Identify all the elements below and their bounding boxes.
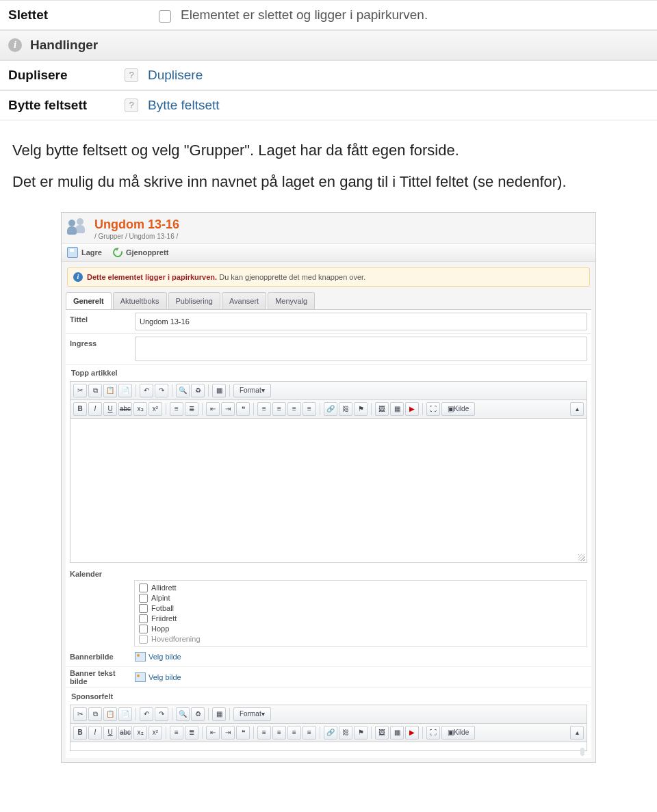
rte-editor-area[interactable]	[70, 419, 587, 562]
sup-icon[interactable]: x²	[149, 726, 162, 739]
quote-icon[interactable]: ❝	[236, 402, 250, 416]
align-justify-icon[interactable]: ≡	[302, 726, 316, 739]
cut-icon[interactable]: ✂	[73, 707, 87, 721]
strike-icon[interactable]: abc	[118, 402, 132, 416]
sub-icon[interactable]: x₂	[133, 402, 147, 416]
body-text-2: Det er mulig du må skrive inn navnet på …	[0, 168, 657, 200]
unlink-icon[interactable]: ⛓	[339, 402, 352, 416]
paste-icon[interactable]: 📋	[103, 707, 117, 721]
outdent-icon[interactable]: ⇤	[206, 726, 220, 739]
link-bytte[interactable]: Bytte feltsett	[148, 98, 220, 113]
anchor-icon[interactable]: ⚑	[354, 726, 368, 739]
paste-word-icon[interactable]: 📄	[118, 707, 132, 721]
format-dropdown[interactable]: Format ▾	[233, 384, 271, 397]
velg-bilde-link[interactable]: Velg bilde	[135, 670, 181, 685]
checkbox[interactable]	[139, 635, 148, 644]
table-icon[interactable]: ▦	[390, 726, 404, 739]
align-center-icon[interactable]: ≡	[272, 402, 286, 416]
italic-icon[interactable]: I	[88, 726, 102, 739]
restore-button[interactable]: Gjenopprett	[113, 247, 168, 258]
table-icon[interactable]: ▦	[390, 402, 404, 416]
bold-icon[interactable]: B	[73, 726, 87, 739]
underline-icon[interactable]: U	[103, 726, 117, 739]
link-duplisere[interactable]: Duplisere	[148, 68, 203, 83]
checkbox[interactable]	[139, 625, 148, 633]
youtube-icon[interactable]: ▶	[405, 402, 419, 416]
maximize-icon[interactable]: ⛶	[426, 402, 440, 416]
save-button[interactable]: Lagre	[67, 247, 102, 258]
youtube-icon[interactable]: ▶	[405, 726, 419, 739]
quote-icon[interactable]: ❝	[236, 726, 250, 739]
tab-aktueltboks[interactable]: Aktueltboks	[113, 292, 167, 309]
group-icon	[68, 218, 89, 239]
strike-icon[interactable]: abc	[118, 726, 132, 739]
selectall-icon[interactable]: ▦	[212, 707, 226, 721]
checkbox[interactable]	[139, 584, 148, 592]
align-justify-icon[interactable]: ≡	[302, 402, 316, 416]
sub-icon[interactable]: x₂	[133, 726, 147, 739]
maximize-icon[interactable]: ⛶	[426, 726, 440, 739]
copy-icon[interactable]: ⧉	[88, 384, 102, 397]
format-dropdown[interactable]: Format ▾	[233, 707, 271, 721]
align-left-icon[interactable]: ≡	[257, 726, 271, 739]
velg-bilde-link[interactable]: Velg bilde	[135, 649, 181, 664]
ul-icon[interactable]: ≣	[185, 726, 198, 739]
rte-sponsor: ✂ ⧉ 📋 📄 ↶ ↷ 🔍 ♻ ▦ Format ▾ B I U abc	[70, 705, 587, 751]
tab-menyvalg[interactable]: Menyvalg	[268, 292, 315, 309]
indent-icon[interactable]: ⇥	[221, 726, 235, 739]
image-icon[interactable]: 🖼	[375, 402, 389, 416]
paste-icon[interactable]: 📋	[103, 384, 117, 397]
label-ingress: Ingress	[70, 337, 135, 348]
help-icon[interactable]: ?	[125, 68, 138, 82]
undo-icon[interactable]: ↶	[140, 707, 153, 721]
label-slettet: Slettet	[8, 8, 159, 23]
calendar-list[interactable]: Allidrett Alpint Fotball Friidrett Hopp …	[134, 580, 587, 647]
bold-icon[interactable]: B	[73, 402, 87, 416]
outdent-icon[interactable]: ⇤	[206, 402, 220, 416]
align-center-icon[interactable]: ≡	[272, 726, 286, 739]
ul-icon[interactable]: ≣	[185, 402, 198, 416]
source-button[interactable]: ▣ Kilde	[441, 402, 475, 416]
sup-icon[interactable]: x²	[149, 402, 162, 416]
tab-generelt[interactable]: Generelt	[66, 292, 112, 309]
anchor-icon[interactable]: ⚑	[354, 402, 368, 416]
source-button[interactable]: ▣ Kilde	[441, 726, 475, 739]
input-ingress[interactable]	[135, 337, 587, 361]
collapse-icon[interactable]: ▴	[570, 726, 584, 739]
resize-handle-icon[interactable]	[578, 554, 585, 561]
checkbox[interactable]	[139, 604, 148, 613]
redo-icon[interactable]: ↷	[155, 707, 168, 721]
help-icon[interactable]: ?	[125, 99, 138, 112]
align-right-icon[interactable]: ≡	[287, 726, 301, 739]
underline-icon[interactable]: U	[103, 402, 117, 416]
checkbox[interactable]	[139, 594, 148, 603]
indent-icon[interactable]: ⇥	[221, 402, 235, 416]
redo-icon[interactable]: ↷	[155, 384, 168, 397]
tab-publisering[interactable]: Publisering	[168, 292, 220, 309]
ol-icon[interactable]: ≡	[170, 402, 183, 416]
scroll-handle-icon[interactable]	[580, 748, 584, 756]
align-left-icon[interactable]: ≡	[257, 402, 271, 416]
paste-word-icon[interactable]: 📄	[118, 384, 132, 397]
find-icon[interactable]: 🔍	[176, 707, 190, 721]
checkbox-slettet[interactable]	[159, 10, 171, 23]
unlink-icon[interactable]: ⛓	[339, 726, 352, 739]
find-icon[interactable]: 🔍	[176, 384, 190, 397]
input-tittel[interactable]	[135, 313, 587, 330]
replace-icon[interactable]: ♻	[191, 384, 205, 397]
collapse-icon[interactable]: ▴	[570, 402, 584, 416]
align-right-icon[interactable]: ≡	[287, 402, 301, 416]
image-icon[interactable]: 🖼	[375, 726, 389, 739]
undo-icon[interactable]: ↶	[140, 384, 153, 397]
rte-editor-area[interactable]	[70, 742, 587, 750]
replace-icon[interactable]: ♻	[191, 707, 205, 721]
checkbox[interactable]	[139, 614, 148, 623]
ol-icon[interactable]: ≡	[170, 726, 183, 739]
copy-icon[interactable]: ⧉	[88, 707, 102, 721]
link-icon[interactable]: 🔗	[324, 402, 337, 416]
tab-avansert[interactable]: Avansert	[222, 292, 266, 309]
cut-icon[interactable]: ✂	[73, 384, 87, 397]
italic-icon[interactable]: I	[88, 402, 102, 416]
link-icon[interactable]: 🔗	[324, 726, 337, 739]
selectall-icon[interactable]: ▦	[212, 384, 226, 397]
